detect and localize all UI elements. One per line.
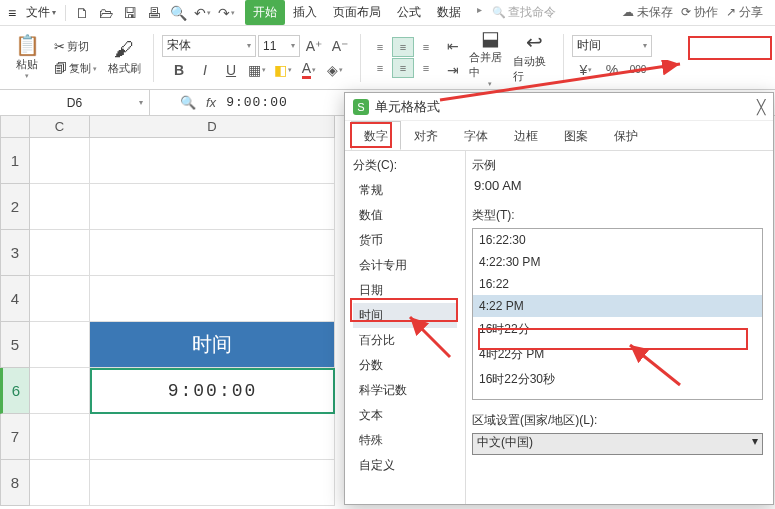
- redo-icon[interactable]: ↷: [215, 2, 237, 24]
- align-bottom-center[interactable]: ≡: [392, 58, 414, 78]
- align-top-right[interactable]: ≡: [415, 37, 437, 57]
- font-family-select[interactable]: 宋体: [162, 35, 256, 57]
- open-icon[interactable]: 🗁: [95, 2, 117, 24]
- align-bottom-right[interactable]: ≡: [415, 58, 437, 78]
- cat-date[interactable]: 日期: [353, 278, 457, 303]
- name-box[interactable]: D6: [0, 90, 150, 115]
- dialog-tab-pattern[interactable]: 图案: [551, 121, 601, 150]
- dialog-tab-border[interactable]: 边框: [501, 121, 551, 150]
- tab-insert[interactable]: 插入: [285, 0, 325, 25]
- row-header[interactable]: 8: [0, 460, 30, 506]
- paste-button[interactable]: 📋 粘贴: [6, 31, 48, 85]
- file-menu[interactable]: 文件: [22, 4, 60, 21]
- row-header[interactable]: 4: [0, 276, 30, 322]
- save-icon[interactable]: 🖫: [119, 2, 141, 24]
- locale-select[interactable]: 中文(中国)▾: [472, 433, 763, 455]
- cell[interactable]: [30, 460, 90, 506]
- preview-icon[interactable]: 🔍: [167, 2, 189, 24]
- type-opt[interactable]: 4:22:30 PM: [473, 251, 762, 273]
- cat-accounting[interactable]: 会计专用: [353, 253, 457, 278]
- tab-data[interactable]: 数据: [429, 0, 469, 25]
- cell[interactable]: [90, 230, 335, 276]
- cell[interactable]: [30, 276, 90, 322]
- align-bottom-left[interactable]: ≡: [369, 58, 391, 78]
- increase-indent-icon[interactable]: ⇥: [441, 59, 465, 81]
- align-top-center[interactable]: ≡: [392, 37, 414, 57]
- type-list[interactable]: 16:22:30 4:22:30 PM 16:22 4:22 PM 16时22分…: [472, 228, 763, 400]
- row-header[interactable]: 3: [0, 230, 30, 276]
- tab-start[interactable]: 开始: [245, 0, 285, 25]
- font-size-select[interactable]: 11: [258, 35, 300, 57]
- type-opt[interactable]: 16:22: [473, 273, 762, 295]
- row-header[interactable]: 5: [0, 322, 30, 368]
- cell[interactable]: [30, 414, 90, 460]
- cell-d5[interactable]: 时间: [90, 322, 335, 368]
- col-header-c[interactable]: C: [30, 116, 90, 138]
- share-button[interactable]: 分享: [726, 4, 763, 21]
- print-icon[interactable]: 🖶: [143, 2, 165, 24]
- increase-font-icon[interactable]: A⁺: [302, 35, 326, 57]
- cat-fraction[interactable]: 分数: [353, 353, 457, 378]
- cell[interactable]: [90, 184, 335, 230]
- hamburger-icon[interactable]: ≡: [4, 5, 20, 21]
- cell[interactable]: [30, 230, 90, 276]
- dialog-tab-align[interactable]: 对齐: [401, 121, 451, 150]
- copy-button[interactable]: 🗐复制▾: [50, 59, 101, 79]
- number-format-select[interactable]: 时间: [572, 35, 652, 57]
- decrease-indent-icon[interactable]: ⇤: [441, 35, 465, 57]
- cat-scientific[interactable]: 科学记数: [353, 378, 457, 403]
- comma-icon[interactable]: 000: [626, 59, 650, 81]
- style-icon[interactable]: ◈: [323, 59, 347, 81]
- type-opt[interactable]: 16时22分: [473, 317, 762, 342]
- decrease-font-icon[interactable]: A⁻: [328, 35, 352, 57]
- bold-icon[interactable]: B: [167, 59, 191, 81]
- cell[interactable]: [30, 184, 90, 230]
- cat-time[interactable]: 时间: [353, 303, 457, 328]
- percent-icon[interactable]: %: [600, 59, 624, 81]
- tab-formula[interactable]: 公式: [389, 0, 429, 25]
- underline-icon[interactable]: U: [219, 59, 243, 81]
- cat-text[interactable]: 文本: [353, 403, 457, 428]
- format-painter-button[interactable]: 🖌 格式刷: [103, 31, 145, 85]
- type-opt[interactable]: 16时22分30秒: [473, 367, 762, 392]
- formula-input[interactable]: 9:00:00: [226, 95, 288, 110]
- tab-more-icon[interactable]: ▸: [469, 0, 490, 25]
- fill-color-icon[interactable]: ◧: [271, 59, 295, 81]
- cat-special[interactable]: 特殊: [353, 428, 457, 453]
- fx-icon[interactable]: fx: [206, 95, 216, 110]
- type-opt[interactable]: 4时22分 PM: [473, 342, 762, 367]
- type-opt[interactable]: 16:22:30: [473, 229, 762, 251]
- find-icon[interactable]: 🔍: [180, 95, 196, 110]
- cell[interactable]: [30, 368, 90, 414]
- cell[interactable]: [90, 414, 335, 460]
- font-color-icon[interactable]: A: [297, 59, 321, 81]
- cat-general[interactable]: 常规: [353, 178, 457, 203]
- row-header[interactable]: 7: [0, 414, 30, 460]
- type-opt-selected[interactable]: 4:22 PM: [473, 295, 762, 317]
- tab-page-layout[interactable]: 页面布局: [325, 0, 389, 25]
- category-list[interactable]: 常规 数值 货币 会计专用 日期 时间 百分比 分数 科学记数 文本 特殊 自定…: [353, 178, 457, 478]
- row-header[interactable]: 2: [0, 184, 30, 230]
- cell-d6-active[interactable]: 9:00:00: [90, 368, 335, 414]
- search-input[interactable]: 查找命令: [492, 4, 556, 21]
- border-icon[interactable]: ▦: [245, 59, 269, 81]
- dialog-tab-number[interactable]: 数字: [351, 121, 401, 150]
- undo-icon[interactable]: ↶: [191, 2, 213, 24]
- cat-percent[interactable]: 百分比: [353, 328, 457, 353]
- italic-icon[interactable]: I: [193, 59, 217, 81]
- close-icon[interactable]: ╳: [757, 99, 765, 115]
- cell[interactable]: [30, 138, 90, 184]
- coop-button[interactable]: 协作: [681, 4, 718, 21]
- cell[interactable]: [30, 322, 90, 368]
- row-header[interactable]: 6: [0, 368, 30, 414]
- row-header[interactable]: 1: [0, 138, 30, 184]
- cat-custom[interactable]: 自定义: [353, 453, 457, 478]
- wrap-button[interactable]: ↩ 自动换行: [513, 31, 555, 85]
- cell[interactable]: [90, 138, 335, 184]
- cell[interactable]: [90, 276, 335, 322]
- select-all-corner[interactable]: [0, 116, 30, 138]
- cat-number[interactable]: 数值: [353, 203, 457, 228]
- new-file-icon[interactable]: 🗋: [71, 2, 93, 24]
- align-top-left[interactable]: ≡: [369, 37, 391, 57]
- unsaved-status[interactable]: 未保存: [622, 4, 673, 21]
